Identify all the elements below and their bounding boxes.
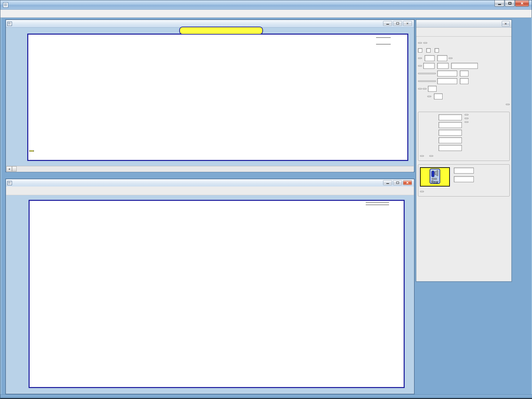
show-mb-checkbox[interactable] bbox=[418, 48, 422, 53]
legend-ref-swatch bbox=[376, 37, 391, 38]
clear-pp-buffers-button[interactable] bbox=[506, 104, 510, 105]
frequency-plot[interactable] bbox=[29, 200, 405, 388]
spl-legend bbox=[364, 202, 389, 205]
clear-hbt-button[interactable] bbox=[429, 155, 433, 157]
amplitude-phase-button[interactable] bbox=[465, 114, 468, 115]
show-phase-checkbox[interactable] bbox=[426, 48, 431, 53]
frequency-plot-svg bbox=[30, 201, 404, 387]
frequency-domain-window: ✕ bbox=[5, 179, 415, 394]
add-diff-button[interactable] bbox=[418, 88, 422, 89]
app-icon bbox=[3, 2, 8, 8]
execute-master-buffer-button[interactable] bbox=[418, 42, 422, 44]
impulse-chart-title bbox=[179, 27, 263, 35]
delay-buffer-input[interactable] bbox=[460, 70, 468, 76]
legend-in-swatch bbox=[376, 44, 391, 45]
subtract-diff-button[interactable] bbox=[423, 88, 427, 89]
show-driver-checkbox[interactable] bbox=[435, 48, 439, 53]
impulse-restore-button[interactable] bbox=[393, 21, 402, 26]
frequency-minimize-button[interactable] bbox=[383, 180, 392, 185]
add-delay-button[interactable] bbox=[418, 73, 436, 74]
diff-buffer-input[interactable] bbox=[428, 86, 437, 92]
merge-b-button[interactable] bbox=[418, 65, 422, 66]
clear-b-button[interactable] bbox=[449, 58, 453, 59]
port-diameter-input[interactable] bbox=[454, 176, 474, 182]
lp-start-input[interactable] bbox=[439, 130, 462, 136]
copy-hbt-button[interactable] bbox=[420, 155, 424, 157]
spl-legend-red-swatch bbox=[366, 202, 389, 203]
panel-content: Rear bbox=[416, 37, 511, 198]
menu-bar bbox=[0, 10, 532, 18]
panel-close-button[interactable]: ✕ bbox=[502, 21, 510, 27]
panel-titlebar[interactable]: ✕ bbox=[416, 20, 511, 28]
measurements-control-panel: ✕ bbox=[416, 19, 512, 282]
show-phase-difference-button[interactable] bbox=[418, 58, 422, 59]
soundeasy-app: ✕ ✕ bbox=[0, 0, 532, 399]
scrollbar-thumb[interactable] bbox=[12, 166, 17, 172]
frequency-window-icon bbox=[7, 181, 12, 185]
copy-buffer-input[interactable] bbox=[434, 93, 443, 99]
impulse-chart-area: ◄ bbox=[6, 27, 414, 172]
impulse-window-icon bbox=[7, 22, 12, 26]
impulse-minimize-button[interactable] bbox=[383, 21, 392, 26]
close-icon: ✕ bbox=[406, 22, 409, 25]
impulse-scrollbar[interactable]: ◄ bbox=[6, 166, 414, 172]
panel-tab-bar bbox=[416, 28, 511, 37]
delay-input[interactable] bbox=[437, 70, 457, 76]
main-titlebar: ✕ bbox=[0, 0, 532, 10]
gain-input[interactable] bbox=[437, 78, 457, 84]
scroll-left-arrow-icon[interactable]: ◄ bbox=[6, 166, 12, 172]
merge-frequency-input[interactable] bbox=[451, 63, 478, 69]
hbt-driver-file-button[interactable] bbox=[465, 118, 468, 119]
hb-transform-group bbox=[418, 112, 510, 161]
impulse-plot-svg bbox=[28, 35, 407, 160]
close-icon: ✕ bbox=[504, 22, 507, 26]
window-bottom-frame bbox=[0, 394, 532, 399]
close-button[interactable]: ✕ bbox=[515, 0, 529, 7]
gain-buffer-input[interactable] bbox=[460, 78, 468, 84]
minimize-button[interactable] bbox=[494, 0, 504, 7]
impulse-legend-ref bbox=[374, 37, 391, 38]
merge-b2-input[interactable] bbox=[437, 63, 449, 69]
spl-legend-blue-swatch bbox=[366, 204, 389, 205]
frequency-window-titlebar[interactable]: ✕ bbox=[6, 179, 414, 187]
copy-master-buffer-button[interactable] bbox=[427, 96, 431, 97]
diaphragm-vent-group: Rear bbox=[418, 164, 510, 197]
rolloff2-input[interactable] bbox=[439, 137, 462, 143]
mdi-client: ✕ bbox=[0, 18, 532, 394]
rear-speaker-icon[interactable]: Rear bbox=[420, 167, 450, 187]
frequency-chart-area bbox=[6, 195, 414, 394]
frequency-tab-bar bbox=[6, 187, 414, 195]
svg-text:Rear: Rear bbox=[431, 180, 439, 184]
acoustical-distance-label bbox=[29, 150, 34, 152]
delay-hb-input[interactable] bbox=[439, 145, 462, 151]
add-gain-button[interactable] bbox=[418, 80, 436, 82]
impulse-response-window: ✕ bbox=[5, 19, 415, 172]
b2-input[interactable] bbox=[437, 55, 447, 61]
close-icon: ✕ bbox=[406, 181, 409, 185]
frequency-restore-button[interactable] bbox=[393, 180, 402, 185]
required-port-spl-button[interactable] bbox=[420, 191, 424, 192]
impulse-legend-in bbox=[374, 44, 391, 45]
rolloff1-input[interactable] bbox=[439, 122, 462, 128]
impulse-plot[interactable] bbox=[27, 34, 408, 161]
step-response-button[interactable] bbox=[465, 121, 468, 123]
hp-stop-input[interactable] bbox=[439, 114, 462, 120]
b1-input[interactable] bbox=[425, 55, 435, 61]
close-icon: ✕ bbox=[520, 1, 523, 6]
merge-b1-input[interactable] bbox=[423, 63, 435, 69]
maximize-button[interactable] bbox=[505, 0, 515, 7]
buffer1-buffer2-button[interactable] bbox=[423, 42, 427, 44]
frequency-close-button[interactable]: ✕ bbox=[403, 180, 412, 185]
cone-diameter-input[interactable] bbox=[454, 168, 474, 174]
impulse-close-button[interactable]: ✕ bbox=[403, 21, 412, 26]
